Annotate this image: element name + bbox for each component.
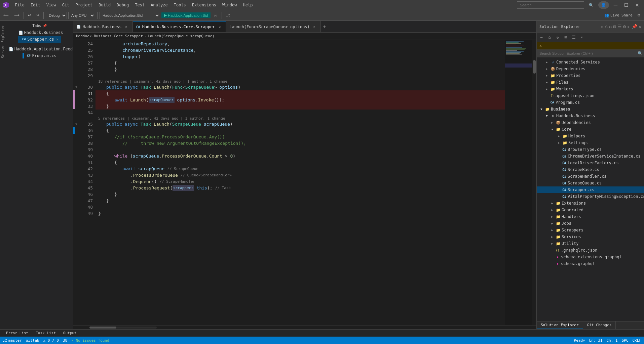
se-sync-button[interactable]: ↔ bbox=[601, 24, 603, 29]
debug-dropdown[interactable]: Debug bbox=[46, 12, 67, 19]
se-tb-home[interactable]: ⌂ bbox=[546, 34, 553, 41]
tab-close-3[interactable]: ✕ bbox=[312, 24, 317, 30]
tree-item-jobs[interactable]: ▶ 📁 Jobs bbox=[537, 220, 644, 227]
tree-item-chrome-driver[interactable]: C# ChromeDriverServiceInstance.cs bbox=[537, 153, 644, 160]
sidebar-file-haddock-feed[interactable]: 📄 Haddock.Application.Feed bbox=[5, 46, 74, 52]
attach-debugger[interactable]: ⏯ bbox=[212, 13, 220, 18]
scrollbar-thumb[interactable] bbox=[533, 60, 536, 74]
gutter-fold-27[interactable] bbox=[73, 59, 79, 66]
tree-item-properties[interactable]: ▶ 📁 Properties bbox=[537, 72, 644, 79]
sidebar-file-scrapper-cs[interactable]: C# Scrapper.cs ✕ bbox=[18, 36, 61, 43]
gutter-fold-35[interactable]: ▼ bbox=[73, 121, 79, 127]
gutter-fold-28[interactable] bbox=[73, 66, 79, 72]
live-share-button[interactable]: 👥 Live Share bbox=[604, 13, 633, 17]
breadcrumb-part-1[interactable]: Haddock.Business.Core.Scrapper bbox=[76, 34, 143, 38]
sidebar-file-program-cs[interactable]: C# Program.cs bbox=[21, 52, 58, 59]
tree-item-graphqlrc[interactable]: {} .graphqlrc.json bbox=[537, 247, 644, 254]
menu-build[interactable]: Build bbox=[96, 2, 113, 8]
tree-item-haddock-deps[interactable]: ▶ 📦 Dependencies bbox=[537, 119, 644, 126]
gutter-fold-24[interactable] bbox=[73, 40, 79, 46]
se-collapse-button[interactable]: ⊟ bbox=[613, 24, 616, 29]
spc-status[interactable]: SPC bbox=[622, 338, 629, 343]
menu-extensions[interactable]: Extensions bbox=[189, 2, 219, 8]
tree-item-generated[interactable]: ▶ 📁 Generated bbox=[537, 207, 644, 213]
gutter-fold-26[interactable] bbox=[73, 53, 79, 59]
se-tb-refresh[interactable]: ↻ bbox=[554, 34, 561, 41]
tree-item-core-folder[interactable]: ▼ 📁 Core bbox=[537, 126, 644, 133]
se-tab-solution-explorer[interactable]: Solution Explorer bbox=[537, 321, 583, 329]
gutter-fold-30[interactable]: ▼ bbox=[73, 84, 79, 90]
tree-item-appsettings[interactable]: {} appsettings.json bbox=[537, 92, 644, 99]
tab-launch-func[interactable]: Launch(Func<ScrapeQueue> options) ✕ bbox=[226, 21, 320, 32]
menu-project[interactable]: Project bbox=[73, 2, 95, 8]
tree-item-scrappers[interactable]: ▶ 📁 Scrappers bbox=[537, 227, 644, 233]
h-scrollbar-thumb[interactable] bbox=[89, 327, 116, 329]
se-tab-git-changes[interactable]: Git Changes bbox=[583, 321, 616, 329]
tree-item-local-driver[interactable]: C# LocalDriverFactory.cs bbox=[537, 160, 644, 166]
se-tb-collapse[interactable]: ⊟ bbox=[562, 34, 569, 41]
git-branch-status[interactable]: ⎇ master bbox=[3, 338, 22, 343]
panel-tab-output[interactable]: Output bbox=[60, 330, 80, 336]
tree-item-haddock-business[interactable]: ▼ ⚙ Haddock.Business bbox=[537, 113, 644, 119]
toolbar-forward[interactable]: ⟶ bbox=[12, 12, 22, 18]
se-pin-button[interactable]: 📌 bbox=[632, 24, 637, 29]
menu-git[interactable]: Git bbox=[60, 2, 72, 8]
se-tb-show-all[interactable]: ☰ bbox=[570, 34, 577, 41]
tree-item-connected-services[interactable]: ▶ ⚡ Connected Services bbox=[537, 59, 644, 66]
no-issues-status[interactable]: ✓ No issues found bbox=[71, 338, 109, 343]
toolbar-redo[interactable]: ↪ bbox=[34, 12, 41, 18]
se-settings-button[interactable]: ⚙ bbox=[623, 24, 626, 29]
server-explorer-label[interactable]: Server Explorer bbox=[1, 24, 5, 59]
menu-view[interactable]: View bbox=[44, 2, 59, 8]
error-count[interactable]: ⚠ 0 / 0 bbox=[43, 338, 59, 343]
horizontal-scrollbar[interactable] bbox=[73, 325, 536, 329]
tree-item-workers[interactable]: ▶ 📁 Workers bbox=[537, 86, 644, 92]
menu-file[interactable]: File bbox=[12, 2, 27, 8]
se-tb-filter[interactable]: ▾ bbox=[578, 34, 585, 41]
se-arrow-button[interactable]: ▸ bbox=[627, 24, 630, 29]
se-home-button[interactable]: ⌂ bbox=[605, 24, 607, 29]
tree-item-scrapper-cs[interactable]: C# Scrapper.cs bbox=[537, 186, 644, 193]
menu-window[interactable]: Window bbox=[220, 2, 239, 8]
se-props-button[interactable]: ☰ bbox=[617, 24, 622, 29]
menu-tools[interactable]: Tools bbox=[171, 2, 189, 8]
tree-item-program-cs-root[interactable]: C# Program.cs bbox=[537, 99, 644, 106]
se-refresh-button[interactable]: ↻ bbox=[609, 24, 612, 29]
tree-item-handlers[interactable]: ▶ 📁 Handlers bbox=[537, 213, 644, 220]
restore-button[interactable]: ☐ bbox=[622, 2, 631, 8]
ch-status[interactable]: Ch: 1 bbox=[607, 338, 618, 343]
global-search-input[interactable] bbox=[517, 1, 584, 9]
search-button[interactable]: 🔍 bbox=[587, 2, 596, 8]
vertical-scrollbar[interactable] bbox=[532, 40, 536, 325]
run-button[interactable]: ▶ Haddock.Application.Bid bbox=[161, 12, 211, 18]
tree-item-schema-ext[interactable]: ◆ schema.extensions.graphql bbox=[537, 254, 644, 260]
se-search-input[interactable] bbox=[537, 49, 644, 57]
tree-item-settings[interactable]: ▶ 📁 Settings bbox=[537, 139, 644, 146]
gitlab-status[interactable]: gitlab bbox=[26, 338, 39, 343]
menu-help[interactable]: Help bbox=[240, 2, 255, 8]
tree-item-extensions[interactable]: ▶ 📁 Extensions bbox=[537, 200, 644, 207]
menu-test[interactable]: Test bbox=[132, 2, 147, 8]
gutter-fold-29[interactable] bbox=[73, 72, 79, 78]
menu-debug[interactable]: Debug bbox=[114, 2, 131, 8]
minimize-button[interactable]: ─ bbox=[612, 1, 619, 9]
tree-item-helpers[interactable]: ▶ 📁 Helpers bbox=[537, 133, 644, 139]
sidebar-file-haddock-business[interactable]: 📄 Haddock.Business bbox=[15, 29, 65, 36]
tab-close-2[interactable]: ✕ bbox=[217, 24, 222, 30]
gutter-fold-25[interactable] bbox=[73, 46, 79, 53]
tree-item-schema-graphql[interactable]: ◆ schema.graphql bbox=[537, 260, 644, 267]
tab-haddock-business-core-scrapper[interactable]: C# Haddock.Business.Core.Scrapper ✕ bbox=[133, 21, 226, 32]
menu-edit[interactable]: Edit bbox=[28, 2, 43, 8]
user-avatar[interactable]: 👤 bbox=[598, 1, 609, 9]
panel-tab-errors[interactable]: Error List bbox=[3, 330, 32, 336]
tab-haddock-business[interactable]: 📄 Haddock.Business ✕ bbox=[73, 21, 133, 32]
tree-item-services[interactable]: ▶ 📁 Services bbox=[537, 233, 644, 240]
breadcrumb-part-2[interactable]: Launch(ScrapeQueue scrapQueue) bbox=[148, 34, 215, 38]
tree-item-scrape-handler[interactable]: C# ScrapeHandler.cs bbox=[537, 173, 644, 180]
tab-close-1[interactable]: ✕ bbox=[124, 24, 129, 30]
se-tb-sync[interactable]: ↔ bbox=[538, 34, 545, 41]
tree-item-utility[interactable]: ▶ 📁 Utility bbox=[537, 240, 644, 247]
tree-item-vital-property[interactable]: C# VitalPropertyMissingException.cs bbox=[537, 193, 644, 200]
tree-item-business-folder[interactable]: ▼ 📁 Business bbox=[537, 106, 644, 113]
close-button[interactable]: ✕ bbox=[633, 2, 641, 8]
